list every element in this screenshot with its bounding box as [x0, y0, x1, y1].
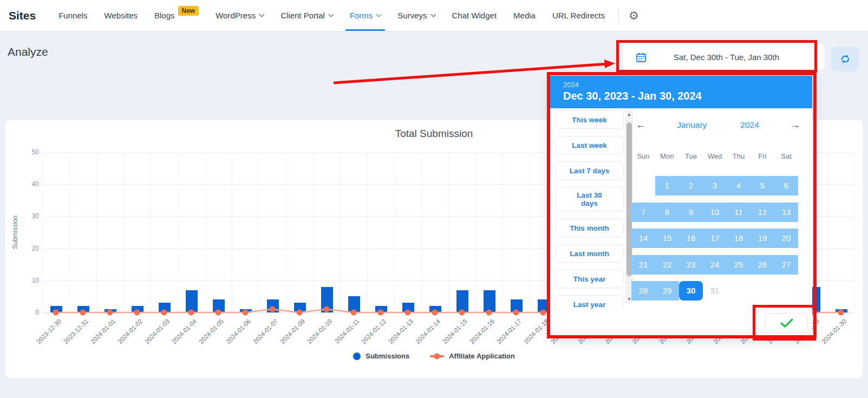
- legend-item-submissions[interactable]: Submissions: [353, 352, 409, 360]
- scroll-up-icon[interactable]: ▲: [625, 112, 633, 117]
- preset-label: This year: [573, 275, 605, 283]
- calendar-day[interactable]: 15: [655, 229, 679, 248]
- preset-last-7-days[interactable]: Last 7 days: [555, 161, 624, 180]
- preset-label: Last 7 days: [570, 167, 610, 175]
- date-picker-header: 2024 Dec 30, 2023 - Jan 30, 2024: [550, 76, 812, 108]
- nav-item-label: Funnels: [58, 11, 87, 20]
- calendar-day[interactable]: 31: [703, 281, 727, 301]
- nav-item-client-portal[interactable]: Client Portal: [280, 0, 333, 31]
- nav-item-websites[interactable]: Websites: [105, 0, 138, 31]
- x-tick-label: 2024-01-02: [116, 318, 143, 345]
- next-month-icon[interactable]: →: [790, 119, 800, 131]
- x-tick-label: 2024-01-15: [441, 318, 468, 345]
- preset-last-30-days[interactable]: Last 30 days: [555, 187, 624, 212]
- calendar-day[interactable]: 10: [703, 203, 727, 222]
- calendar-day[interactable]: 8: [655, 203, 679, 222]
- selected-range-label: Dec 30, 2023 - Jan 30, 2024: [563, 90, 812, 102]
- calendar-day[interactable]: 19: [750, 229, 774, 248]
- nav-item-label: Websites: [105, 11, 138, 20]
- calendar-day[interactable]: 20: [774, 229, 798, 248]
- calendar-day[interactable]: 11: [727, 203, 750, 222]
- calendar-day[interactable]: 24: [703, 255, 727, 275]
- line-point: [297, 310, 303, 316]
- y-tick-label: 10: [19, 277, 39, 284]
- apply-date-button[interactable]: [765, 313, 808, 333]
- calendar-day[interactable]: 2: [679, 176, 703, 195]
- date-range-button[interactable]: Sat, Dec 30th - Tue, Jan 30th: [623, 43, 825, 71]
- x-tick-label: 2024-01-07: [252, 318, 279, 345]
- calendar-day[interactable]: 18: [727, 229, 750, 248]
- month-select[interactable]: January: [677, 120, 707, 130]
- nav-item-label: Surveys: [397, 11, 427, 20]
- year-select[interactable]: 2024: [740, 120, 759, 130]
- calendar-day[interactable]: 28: [631, 281, 655, 301]
- line-point: [107, 310, 113, 316]
- nav-item-funnels[interactable]: Funnels: [58, 0, 87, 31]
- calendar-day[interactable]: 3: [703, 176, 727, 195]
- preset-this-month[interactable]: This month: [555, 219, 624, 237]
- weekday-label: Sat: [774, 152, 798, 160]
- calendar-day[interactable]: 14: [631, 229, 655, 248]
- calendar-day[interactable]: 7: [631, 203, 655, 222]
- calendar-day[interactable]: 5: [750, 176, 774, 195]
- calendar-week-row: 123456: [631, 176, 798, 195]
- x-tick-label: 2024-01-12: [360, 318, 387, 345]
- calendar-day[interactable]: 25: [727, 255, 750, 275]
- nav-item-forms[interactable]: Forms: [350, 0, 381, 31]
- nav-item-blogs[interactable]: BlogsNew: [154, 0, 199, 31]
- calendar-day[interactable]: 16: [679, 229, 703, 248]
- nav-item-label: Forms: [350, 11, 373, 20]
- calendar-day[interactable]: 9: [679, 203, 703, 222]
- calendar-day[interactable]: 13: [774, 203, 798, 222]
- calendar-day[interactable]: 12: [750, 203, 774, 222]
- line-point: [351, 310, 357, 316]
- calendar-week-row: 21222324252627: [631, 255, 798, 275]
- x-tick-label: 2024-01-18: [523, 318, 550, 345]
- calendar-day[interactable]: 30: [679, 281, 703, 301]
- scrollbar-thumb[interactable]: [626, 122, 632, 276]
- date-picker-popup: 2024 Dec 30, 2023 - Jan 30, 2024 This we…: [550, 76, 812, 337]
- preset-this-year[interactable]: This year: [555, 270, 624, 288]
- calendar-day[interactable]: 6: [774, 176, 798, 195]
- calendar-day[interactable]: 29: [655, 281, 679, 301]
- x-tick-label: 2023-12-31: [62, 318, 89, 345]
- x-tick-label: 2024-01-09: [279, 318, 306, 345]
- calendar-day[interactable]: 27: [774, 255, 798, 275]
- gear-icon[interactable]: ⚙: [624, 7, 643, 24]
- y-tick-label: 20: [19, 245, 39, 252]
- preset-last-week[interactable]: Last week: [555, 136, 624, 154]
- nav-item-url-redirects[interactable]: URL Redirects: [552, 0, 605, 31]
- calendar-day[interactable]: 1: [655, 176, 679, 195]
- weekday-row: SunMonTueWedThuFriSat: [631, 152, 798, 160]
- calendar-cell-empty: [631, 176, 655, 195]
- calendar-day[interactable]: 26: [750, 255, 774, 275]
- line-point: [243, 310, 249, 316]
- refresh-button[interactable]: [831, 47, 859, 71]
- preset-last-year[interactable]: Last year: [555, 295, 624, 309]
- calendar-day[interactable]: 22: [655, 255, 679, 275]
- calendar-day[interactable]: 4: [727, 176, 750, 195]
- line-point: [459, 310, 465, 316]
- line-point: [161, 310, 167, 316]
- x-tick-label: 2024-01-06: [225, 318, 252, 345]
- calendar-day[interactable]: 21: [631, 255, 655, 275]
- legend-item-affiliate-application[interactable]: Affiliate Application: [430, 352, 515, 360]
- line-point: [188, 310, 194, 316]
- calendar-cell-empty: [727, 281, 750, 301]
- nav-item-media[interactable]: Media: [513, 0, 536, 31]
- chevron-down-icon: [430, 12, 436, 17]
- x-tick-label: 2024-01-13: [387, 318, 414, 345]
- calendar-day[interactable]: 23: [679, 255, 703, 275]
- nav-item-surveys[interactable]: Surveys: [397, 0, 435, 31]
- x-tick-label: 2024-01-16: [468, 318, 495, 345]
- previous-month-icon[interactable]: ←: [636, 119, 646, 131]
- preset-last-month[interactable]: Last month: [555, 244, 624, 263]
- line-point: [432, 310, 438, 316]
- nav-item-wordpress[interactable]: WordPress: [216, 0, 264, 31]
- preset-label: Last week: [572, 141, 607, 149]
- calendar-day[interactable]: 17: [703, 229, 727, 248]
- calendar-week-row: 28293031: [631, 281, 798, 301]
- nav-item-chat-widget[interactable]: Chat Widget: [452, 0, 497, 31]
- preset-this-week[interactable]: This week: [555, 110, 624, 129]
- top-navigation: Sites FunnelsWebsitesBlogsNewWordPressCl…: [0, 0, 868, 31]
